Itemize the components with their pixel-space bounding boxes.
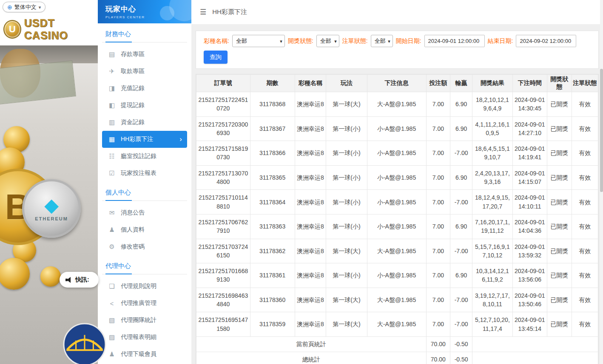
sidebar-item-agent-promotion[interactable]: <代理推廣管理 [102, 295, 187, 312]
start-date-input[interactable] [424, 35, 485, 47]
sidebar-item-withdraw[interactable]: ✈取款專區 [102, 63, 187, 80]
cell-bet_info: 大-A盤@1.985 [367, 288, 426, 312]
sidebar-item-label: HH彩票下注 [121, 135, 153, 143]
ethereum-logo-icon: ◆ [44, 196, 59, 214]
sidebar-item-profile[interactable]: ♟個人資料 [102, 221, 187, 238]
cell-lottery: 澳洲幸运8 [295, 165, 326, 190]
column-header: 玩法 [326, 75, 367, 92]
gear-icon: ⚙ [107, 243, 117, 251]
table-row: 215217251698463484031178360澳洲幸运8第一球(大)大-… [196, 288, 598, 312]
cell-lottery: 澳洲幸运8 [295, 190, 326, 214]
cell-play: 第一球(小) [326, 141, 367, 166]
cell-result: 2,4,20,13,17,9,3,16 [472, 165, 513, 190]
cell-draw_status: 已開獎 [547, 165, 572, 190]
ticker-label: 快訊: [75, 276, 89, 284]
sidebar-title: 玩家中心 [105, 4, 191, 14]
sidebar-item-funds-records[interactable]: ▥資金記錄 [102, 114, 187, 131]
cell-time: 2024-09-01 13:50:46 [512, 288, 547, 312]
cell-result: 4,1,11,2,16,10,9,5 [472, 116, 513, 141]
scrollbar-thumb[interactable] [600, 69, 603, 192]
cell-draw_status: 已開獎 [547, 263, 572, 288]
cell-win: 6.90 [450, 214, 472, 239]
draw-status-select[interactable]: 全部 [316, 35, 339, 47]
cell-period: 31178361 [250, 263, 295, 288]
report-detail-icon: ▨ [107, 333, 117, 341]
query-button[interactable]: 查詢 [204, 51, 228, 64]
sidebar-item-change-password[interactable]: ⚙修改密碼 [102, 238, 187, 255]
sidebar-item-label: 修改密碼 [121, 243, 145, 251]
cell-win: 6.90 [450, 165, 472, 190]
total-win: -0.50 [450, 336, 472, 352]
cell-period: 31178362 [250, 239, 295, 263]
lottery-bet-icon: ▦ [107, 135, 117, 143]
hamburger-menu-icon[interactable] [200, 8, 206, 17]
filter-panel: 彩種名稱: 全部 開獎狀態: 全部 注單狀態: 全部 開始 [196, 31, 599, 69]
cell-play: 第一球(大) [326, 288, 367, 312]
usdt-symbol: U [9, 24, 16, 35]
menu-section-title: 代理中心 [102, 255, 187, 274]
sidebar-item-hh-lottery-bets[interactable]: ▦HH彩票下注 [102, 131, 187, 148]
cell-period: 31178365 [250, 165, 295, 190]
cell-bet_info: 小-A盤@1.985 [367, 116, 426, 141]
brand-logo: U USDT CASINO [3, 17, 98, 42]
lottery-name-select[interactable]: 全部 [232, 35, 285, 47]
cell-time: 2024-09-01 14:10:11 [512, 190, 547, 214]
table-row: 215217251695147158031178359澳洲幸运8第一球(大)大-… [196, 312, 598, 337]
sidebar-item-label: 充值記錄 [121, 85, 145, 92]
total-label: 總統計 [196, 352, 427, 364]
cell-order_no: 2152172517203006930 [196, 116, 250, 141]
content: 彩種名稱: 全部 開獎狀態: 全部 注單狀態: 全部 開始 [191, 24, 603, 364]
sidebar-item-agent-rules[interactable]: ❏代理規則說明 [102, 278, 187, 295]
sidebar-item-agent-members[interactable]: ♟代理下級會員 [102, 346, 187, 363]
sidebar-item-withdrawal-records[interactable]: ◧提現記錄 [102, 97, 187, 114]
table-row: 215217251722451072031178368澳洲幸运8第一球(大)大-… [196, 92, 598, 117]
brand-text: USDT CASINO [24, 17, 98, 42]
end-date-label: 結束日期: [488, 37, 513, 45]
sidebar-item-agent-report-detail[interactable]: ▨代理報表明細 [102, 329, 187, 346]
cell-amount: 7.00 [426, 263, 450, 288]
sidebar-item-room-bet-records[interactable]: ☷廳室投註記錄 [102, 148, 187, 165]
total-row: 當前頁統計70.00-0.50 [196, 336, 598, 352]
column-header: 輸贏 [450, 75, 472, 92]
cell-time: 2024-09-01 14:15:07 [512, 165, 547, 190]
sidebar-item-label: 代理下級會員 [121, 350, 156, 358]
cell-win: -7.00 [450, 141, 472, 166]
sidebar-item-agent-team-stats[interactable]: ▧代理團隊統計 [102, 312, 187, 329]
sidebar-item-player-bet-report[interactable]: ☑玩家投注報表 [102, 165, 187, 182]
cell-order_no: 2152172516984634840 [196, 288, 250, 312]
menu-section-title: 財務中心 [102, 23, 187, 42]
news-ticker-button[interactable]: 快訊: [60, 272, 99, 288]
total-label: 當前頁統計 [196, 336, 427, 352]
cell-amount: 7.00 [426, 214, 450, 239]
table-row: 215217251703724615031178362澳洲幸运8第一球(大)大-… [196, 239, 598, 263]
sidebar-item-recharge-records[interactable]: ◨充值記錄 [102, 80, 187, 97]
cell-play: 第一球(小) [326, 190, 367, 214]
person-icon: ♟ [107, 226, 117, 234]
withdraw-icon: ✈ [107, 68, 117, 75]
cell-draw_status: 已開獎 [547, 214, 572, 239]
sidebar-item-announcements[interactable]: ✉消息公告 [102, 204, 187, 221]
cell-time: 2024-09-01 13:59:32 [512, 239, 547, 263]
total-empty [472, 336, 598, 352]
cell-order_status: 有效 [572, 239, 598, 263]
order-status-select[interactable]: 全部 [371, 35, 393, 47]
caret-down-icon [39, 4, 41, 10]
language-selector[interactable]: 繁体中文 [3, 2, 46, 12]
order-status-select-value: 全部 [375, 37, 386, 45]
cell-lottery: 澳洲幸运8 [295, 312, 326, 337]
cell-order_no: 2152172517037246150 [196, 239, 250, 263]
cell-draw_status: 已開獎 [547, 190, 572, 214]
cell-order_status: 有效 [572, 263, 598, 288]
sidebar-item-deposit[interactable]: ▤存款專區 [102, 46, 187, 63]
cell-amount: 7.00 [426, 190, 450, 214]
cell-draw_status: 已開獎 [547, 239, 572, 263]
total-win: -0.50 [450, 352, 472, 364]
column-header: 開獎狀態 [547, 75, 572, 92]
end-date-input[interactable] [516, 35, 576, 47]
cell-order_no: 2152172516951471580 [196, 312, 250, 337]
cell-period: 31178363 [250, 214, 295, 239]
usdt-coin-icon: U [3, 20, 21, 39]
sidebar-item-label: 資金記錄 [121, 119, 145, 126]
table-row: 215217251706762791031178363澳洲幸运8第一球(小)小-… [196, 214, 598, 239]
cell-order_no: 2152172517130704800 [196, 165, 250, 190]
